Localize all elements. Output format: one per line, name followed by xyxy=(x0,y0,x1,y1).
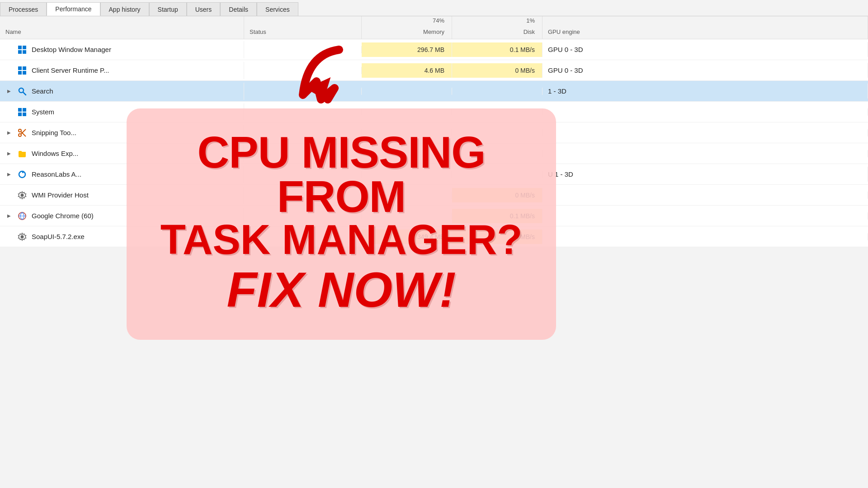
process-name-label: ReasonLabs A... xyxy=(32,170,81,178)
svg-rect-3 xyxy=(23,50,26,54)
process-name-label: Windows Exp... xyxy=(32,150,78,157)
svg-rect-0 xyxy=(18,46,22,49)
process-icon xyxy=(17,128,27,138)
process-gpu-cell xyxy=(542,129,868,136)
process-name-label: Google Chrome (60) xyxy=(32,212,94,220)
banner-line3: FIX NOW! xyxy=(154,265,529,314)
tab-performance[interactable]: Performance xyxy=(47,2,100,16)
table-row[interactable]: ▶Search1 - 3D xyxy=(0,81,868,102)
process-name-label: Desktop Window Manager xyxy=(32,46,111,53)
banner-line1: CPU MISSING FROM xyxy=(154,130,529,219)
process-icon xyxy=(17,169,27,179)
process-gpu-cell: 1 - 3D xyxy=(542,84,868,99)
tab-details[interactable]: Details xyxy=(220,2,257,16)
process-icon xyxy=(17,190,27,200)
process-icon xyxy=(17,86,27,96)
process-disk-cell: 0.1 MB/s xyxy=(452,42,542,57)
process-memory-cell: 4.6 MB xyxy=(362,63,452,78)
tab-users[interactable]: Users xyxy=(187,2,221,16)
process-memory-cell xyxy=(362,88,452,95)
banner-line2: TASK MANAGER? xyxy=(154,219,529,260)
svg-rect-4 xyxy=(18,66,22,70)
process-icon xyxy=(17,149,27,159)
process-name-label: Client Server Runtime P... xyxy=(32,66,109,74)
tab-app-history[interactable]: App history xyxy=(100,2,149,16)
col-header-gpu[interactable]: GPU engine xyxy=(542,25,868,39)
process-disk-cell xyxy=(452,88,542,95)
svg-rect-12 xyxy=(18,113,22,116)
svg-rect-11 xyxy=(23,108,26,112)
process-name-label: System xyxy=(32,108,54,116)
col-header-memory[interactable]: Memory xyxy=(362,25,452,39)
svg-rect-10 xyxy=(18,108,22,112)
expand-arrow-icon[interactable]: ▶ xyxy=(5,150,13,157)
expand-arrow-icon[interactable]: ▶ xyxy=(5,212,13,220)
process-icon xyxy=(17,45,27,55)
column-headers: Name Status Memory Disk GPU engine xyxy=(0,25,868,39)
col-header-disk[interactable]: Disk xyxy=(452,25,542,39)
percentage-row: 74% 1% xyxy=(0,16,868,25)
process-gpu-cell xyxy=(542,108,868,116)
tab-bar: Processes Performance App history Startu… xyxy=(0,0,868,16)
process-gpu-cell: GPU 0 - 3D xyxy=(542,42,868,57)
process-gpu-cell: U 1 - 3D xyxy=(542,167,868,182)
svg-rect-7 xyxy=(23,71,26,75)
process-name-label: Search xyxy=(32,87,53,95)
disk-percentage: 1% xyxy=(452,16,542,25)
col-header-status[interactable]: Status xyxy=(244,25,362,39)
process-icon xyxy=(17,66,27,75)
status-header-empty xyxy=(244,16,362,25)
tab-startup[interactable]: Startup xyxy=(149,2,187,16)
process-name-cell: ▶Search xyxy=(0,83,244,100)
process-gpu-cell xyxy=(542,150,868,157)
name-header-empty xyxy=(0,16,244,25)
process-icon xyxy=(17,211,27,221)
expand-arrow-icon[interactable]: ▶ xyxy=(5,171,13,178)
process-gpu-cell xyxy=(542,233,868,240)
svg-rect-1 xyxy=(23,46,26,49)
process-name-cell: Client Server Runtime P... xyxy=(0,62,244,79)
memory-percentage: 74% xyxy=(362,16,452,25)
table-row[interactable]: Desktop Window Manager296.7 MB0.1 MB/sGP… xyxy=(0,39,868,60)
svg-point-23 xyxy=(21,235,24,238)
col-header-name[interactable]: Name xyxy=(0,25,244,39)
expand-arrow-icon[interactable]: ▶ xyxy=(5,129,13,136)
red-arrow-indicator xyxy=(294,45,348,104)
svg-line-9 xyxy=(23,92,26,95)
svg-rect-6 xyxy=(18,71,22,75)
process-disk-cell: 0 MB/s xyxy=(452,63,542,78)
process-name-label: WMI Provider Host xyxy=(32,191,89,199)
process-icon xyxy=(17,107,27,117)
svg-rect-5 xyxy=(23,66,26,70)
process-name-cell: Desktop Window Manager xyxy=(0,41,244,58)
svg-rect-2 xyxy=(18,50,22,54)
tab-processes[interactable]: Processes xyxy=(0,2,47,16)
process-icon xyxy=(17,232,27,242)
process-gpu-cell xyxy=(542,192,868,199)
process-memory-cell: 296.7 MB xyxy=(362,42,452,57)
gpu-header-empty xyxy=(542,16,868,25)
process-gpu-cell: GPU 0 - 3D xyxy=(542,63,868,78)
process-name-label: SoapUI-5.7.2.exe xyxy=(32,233,85,240)
process-name-label: Snipping Too... xyxy=(32,129,76,136)
expand-arrow-icon[interactable]: ▶ xyxy=(5,88,13,95)
table-row[interactable]: Client Server Runtime P...4.6 MB0 MB/sGP… xyxy=(0,60,868,81)
overlay-banner: CPU MISSING FROM TASK MANAGER? FIX NOW! xyxy=(127,108,556,340)
process-gpu-cell xyxy=(542,212,868,220)
tab-services[interactable]: Services xyxy=(257,2,298,16)
svg-rect-13 xyxy=(23,113,26,116)
svg-point-19 xyxy=(21,193,24,197)
